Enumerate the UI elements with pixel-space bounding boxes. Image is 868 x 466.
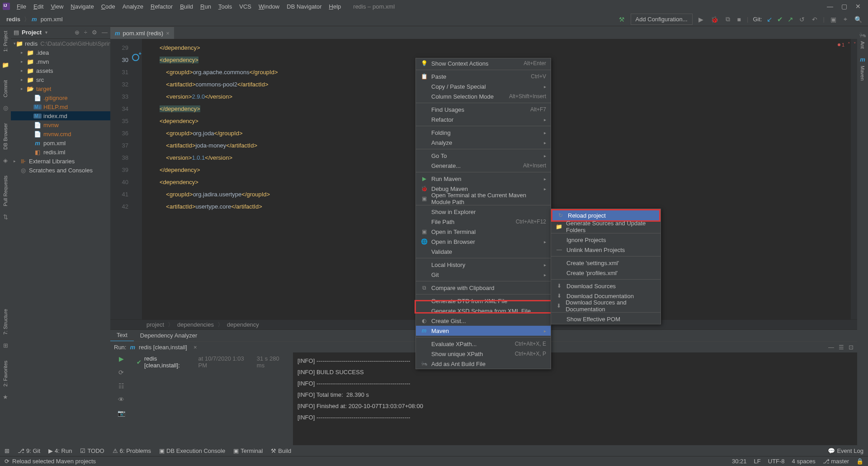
menu-item-add-as-ant-build-file[interactable]: 🐜Add as Ant Build File	[416, 359, 551, 369]
menu-analyze[interactable]: Analyze	[119, 1, 146, 12]
run-pin-icon[interactable]: 👁	[118, 396, 124, 403]
menu-item-maven[interactable]: mMaven▸	[416, 326, 551, 336]
search-icon[interactable]: 🔍	[853, 16, 863, 23]
menu-item-find-usages[interactable]: Find UsagesAlt+F7	[416, 105, 551, 114]
run-console[interactable]: [INFO] ---------------------------------…	[293, 352, 857, 445]
menu-navigate[interactable]: Navigate	[67, 1, 97, 12]
minimize-icon[interactable]: —	[827, 3, 833, 10]
breadcrumb-file[interactable]: pom.xml	[39, 16, 65, 23]
menu-refactor[interactable]: Refactor	[147, 1, 176, 12]
menu-run[interactable]: Run	[197, 1, 214, 12]
tree-row[interactable]: ▸📂target	[11, 84, 110, 93]
menu-item-analyze[interactable]: Analyze▸	[416, 138, 551, 147]
rail-pull-requests[interactable]: Pull Requests	[2, 173, 9, 209]
expand-all-icon[interactable]: ÷	[84, 29, 87, 36]
run-panel-layout-icon[interactable]: ☰	[839, 344, 844, 351]
menu-item-go-to[interactable]: Go To▸	[416, 151, 551, 161]
tree-row[interactable]: mpom.xml	[11, 138, 110, 147]
menu-view[interactable]: View	[47, 1, 66, 12]
menu-item-validate[interactable]: Validate	[416, 247, 551, 257]
project-tree[interactable]: ▾📁redisC:\Data\Code\GitHub\Sprin▸📁.idea▸…	[11, 39, 110, 445]
tree-row[interactable]: ▸⊪External Libraries	[11, 157, 110, 166]
menu-file[interactable]: File	[14, 1, 29, 12]
git-push-icon[interactable]: ↗	[788, 15, 793, 24]
suggestion-icon[interactable]	[132, 54, 139, 61]
hide-icon[interactable]: —	[102, 29, 108, 36]
menu-tools[interactable]: Tools	[215, 1, 235, 12]
revert-icon[interactable]: ↶	[811, 16, 819, 23]
rail-db-browser[interactable]: DB Browser	[2, 120, 9, 152]
tree-row[interactable]: M↓index.md	[11, 111, 110, 120]
menu-edit[interactable]: Edit	[30, 1, 47, 12]
settings-gear-icon[interactable]: ⚙	[92, 29, 97, 36]
menu-item-open-terminal-at-the-current-maven-module-path[interactable]: ▣Open Terminal at the Current Maven Modu…	[416, 194, 551, 204]
menu-item-run-maven[interactable]: ▶Run Maven▸	[416, 174, 551, 184]
menu-item-create-profiles-xml-[interactable]: Create 'profiles.xml'	[551, 268, 660, 278]
menu-item-generate-sources-and-update-folders[interactable]: 📁Generate Sources and Update Folders	[551, 222, 660, 232]
rail-maven[interactable]: Maven	[859, 63, 866, 83]
tree-row[interactable]: ▸📁.idea	[11, 48, 110, 57]
context-menu[interactable]: 💡Show Context ActionsAlt+Enter📋PasteCtrl…	[415, 58, 551, 369]
run-stop-icon[interactable]: ⟳	[118, 369, 124, 376]
menu-item-generate-xsd-schema-from-xml-file-[interactable]: Generate XSD Schema from XML File...	[416, 306, 551, 316]
tree-row[interactable]: ◎Scratches and Consoles	[11, 166, 110, 175]
sub-tab-dependency[interactable]: Dependency Analyzer	[134, 330, 203, 341]
menu-build[interactable]: Build	[177, 1, 196, 12]
error-stripe[interactable]: 1˄˅	[851, 39, 857, 319]
tree-row[interactable]: 📄mvnw	[11, 120, 110, 129]
menu-item-folding[interactable]: Folding▸	[416, 128, 551, 138]
menu-item-compare-with-clipboard[interactable]: ⧉Compare with Clipboard	[416, 283, 551, 293]
menu-item-create-settings-xml-[interactable]: Create 'settings.xml'	[551, 258, 660, 268]
menu-item-open-in-browser[interactable]: 🌐Open in Browser▸	[416, 237, 551, 247]
tab-close-icon[interactable]: ×	[166, 30, 170, 37]
event-log-icon[interactable]: 💬	[828, 447, 835, 454]
menu-item-create-gist-[interactable]: ◐Create Gist...	[416, 316, 551, 326]
ide-settings-icon[interactable]: ▣	[829, 16, 838, 23]
rail-commit[interactable]: Commit	[2, 77, 9, 100]
bottom-btn-show[interactable]: ⊞	[5, 447, 9, 454]
tree-row[interactable]: ▸📁src	[11, 75, 110, 84]
menu-item-download-sources-and-documentation[interactable]: ⬇Download Sources and Documentation	[551, 301, 660, 311]
menu-window[interactable]: Window	[255, 1, 283, 12]
menu-item-show-in-explorer[interactable]: Show in Explorer	[416, 207, 551, 217]
rail-project[interactable]: 1: Project	[2, 28, 9, 54]
maximize-icon[interactable]: ▢	[841, 3, 847, 10]
line-gutter[interactable]: 2930313233343536373839404142	[110, 39, 132, 319]
menu-item-paste[interactable]: 📋PasteCtrl+V	[416, 71, 551, 81]
run-icon[interactable]: ▶	[697, 16, 705, 23]
debug-icon[interactable]: 🐞	[709, 16, 720, 23]
breadcrumb-root[interactable]: redis	[5, 16, 22, 23]
run-task-tree[interactable]: ✔ redis [clean,install]: at 10/7/2020 1:…	[132, 352, 293, 445]
tree-row[interactable]: ▸📁assets	[11, 66, 110, 75]
menu-item-open-in-terminal[interactable]: ▣Open in Terminal	[416, 227, 551, 237]
menu-item-git[interactable]: Git▸	[416, 270, 551, 280]
sub-tab-text[interactable]: Text	[110, 329, 134, 342]
menu-db-navigator[interactable]: DB Navigator	[283, 1, 325, 12]
menu-item-show-unique-xpath[interactable]: Show unique XPathCtrl+Alt+X, P	[416, 349, 551, 359]
bottom-db[interactable]: ▣DB Execution Console	[159, 447, 225, 454]
bottom-build[interactable]: ⚒Build	[271, 447, 291, 454]
menu-item-show-effective-pom[interactable]: Show Effective POM	[551, 314, 660, 324]
bottom-todo[interactable]: ☑TODO	[80, 447, 104, 454]
run-panel-min-icon[interactable]: —	[828, 344, 834, 351]
rail-favorites[interactable]: 2: Favorites	[2, 358, 9, 389]
menu-help[interactable]: Help	[326, 1, 344, 12]
status-refresh-icon[interactable]: ⟳	[5, 458, 9, 465]
menu-item-refactor[interactable]: Refactor▸	[416, 114, 551, 124]
tree-row[interactable]: ▾📁redisC:\Data\Code\GitHub\Sprin	[11, 39, 110, 48]
rail-structure[interactable]: 7: Structure	[2, 306, 9, 338]
tree-row[interactable]: ▸📁.mvn	[11, 57, 110, 66]
project-dropdown-icon[interactable]: ▼	[44, 30, 48, 35]
menu-item-local-history[interactable]: Local History▸	[416, 260, 551, 270]
search-everywhere-icon[interactable]: ⌖	[842, 15, 849, 23]
menu-item-ignore-projects[interactable]: Ignore Projects	[551, 235, 660, 245]
run-panel-settings-icon[interactable]: ⊡	[849, 344, 854, 351]
menu-item-reload-project[interactable]: ↻Reload project	[552, 210, 659, 220]
encoding[interactable]: UTF-8	[768, 458, 785, 465]
git-commit-icon[interactable]: ✔	[777, 15, 783, 24]
run-filter-icon[interactable]: ☷	[118, 382, 124, 390]
caret-pos[interactable]: 30:21	[732, 458, 747, 465]
menu-item-show-context-actions[interactable]: 💡Show Context ActionsAlt+Enter	[416, 58, 551, 68]
menu-item-download-sources[interactable]: ⬇Download Sources	[551, 281, 660, 291]
git-update-icon[interactable]: ↙	[767, 15, 773, 24]
